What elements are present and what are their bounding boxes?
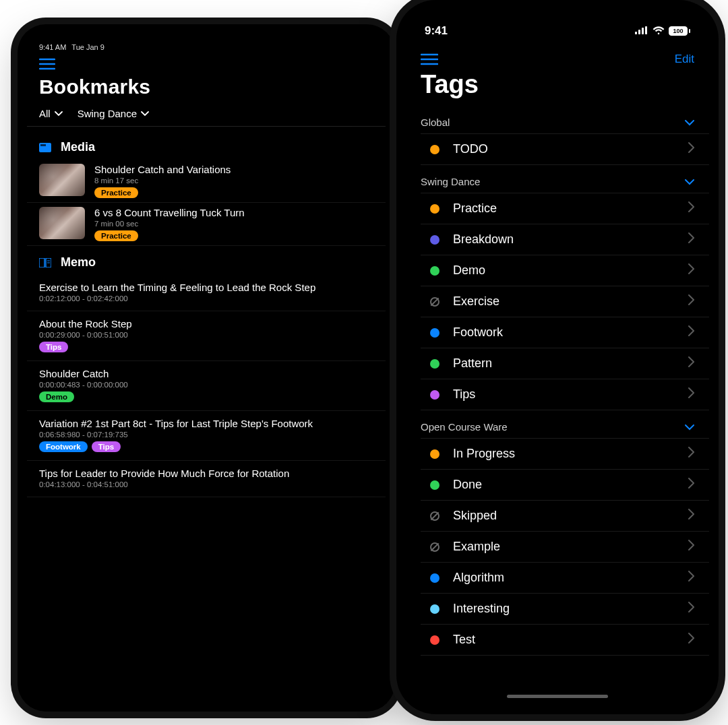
memo-timestamp: 0:02:12:000 - 0:02:42:000	[39, 294, 373, 303]
tag-label: Breakdown	[453, 232, 675, 247]
tag-row[interactable]: Interesting	[421, 594, 709, 625]
tag-row[interactable]: In Progress	[421, 438, 709, 470]
tag-row[interactable]: Done	[421, 470, 709, 501]
chevron-right-icon	[688, 232, 694, 247]
svg-rect-5	[39, 258, 44, 267]
color-dot-icon	[430, 359, 439, 369]
section-label: Media	[61, 140, 95, 154]
tag-label: Test	[453, 633, 675, 647]
memo-title: Variation #2 1st Part 8ct - Tips for Las…	[39, 418, 373, 429]
video-thumbnail	[39, 164, 85, 196]
tag-group-header[interactable]: Open Course Ware	[406, 410, 709, 438]
memo-row[interactable]: Shoulder Catch0:00:00:483 - 0:00:00:000D…	[27, 361, 386, 411]
tag-group-header[interactable]: Swing Dance	[406, 165, 709, 193]
section-label: Memo	[61, 255, 96, 270]
tag-row[interactable]: Footwork	[421, 317, 709, 348]
tag-pill: Practice	[94, 187, 138, 198]
media-row[interactable]: 6 vs 8 Count Travelling Tuck Turn7 min 0…	[27, 203, 386, 246]
media-icon	[39, 143, 51, 152]
group-name: Swing Dance	[421, 176, 480, 187]
section-header-memo: Memo	[27, 246, 386, 275]
chevron-right-icon	[688, 142, 694, 156]
group-name: Global	[421, 117, 450, 128]
memo-timestamp: 0:00:29:000 - 0:00:51:000	[39, 331, 373, 339]
color-dot-icon	[430, 145, 439, 154]
memo-row[interactable]: Variation #2 1st Part 8ct - Tips for Las…	[27, 411, 386, 461]
memo-row[interactable]: Exercise to Learn the Timing & Feeling t…	[27, 275, 386, 311]
chevron-right-icon	[688, 294, 694, 309]
color-dot-icon	[430, 635, 439, 645]
tag-pill: Tips	[92, 441, 121, 452]
memo-timestamp: 0:06:58:980 - 0:07:19:735	[39, 431, 373, 439]
divider	[27, 126, 386, 127]
filter-all-label: All	[39, 108, 51, 119]
tag-label: Practice	[453, 201, 675, 216]
menu-icon[interactable]	[39, 58, 373, 70]
chevron-right-icon	[688, 478, 694, 492]
color-dot-icon	[430, 480, 439, 490]
memo-row[interactable]: Tips for Leader to Provide How Much Forc…	[27, 461, 386, 497]
home-indicator[interactable]	[507, 695, 608, 698]
tag-row[interactable]: Breakdown	[421, 224, 709, 255]
tag-label: Exercise	[453, 294, 675, 309]
tag-pill: Tips	[39, 342, 68, 352]
media-row[interactable]: Shoulder Catch and Variations8 min 17 se…	[27, 160, 386, 203]
svg-rect-10	[638, 30, 640, 34]
tag-row[interactable]: Practice	[421, 193, 709, 224]
svg-rect-11	[642, 28, 644, 34]
media-duration: 7 min 00 sec	[94, 220, 245, 228]
section-header-media: Media	[27, 131, 386, 160]
cellular-icon	[635, 24, 648, 38]
tag-label: Pattern	[453, 356, 675, 371]
no-color-icon	[430, 511, 439, 521]
tag-row[interactable]: Tips	[421, 379, 709, 410]
tag-row[interactable]: Skipped	[421, 501, 709, 532]
tag-list: PracticeBreakdownDemoExerciseFootworkPat…	[406, 193, 709, 410]
tag-row[interactable]: Test	[421, 625, 709, 656]
filter-category[interactable]: Swing Dance	[78, 108, 149, 119]
ipad-status-bar: 9:41 AM Tue Jan 9	[27, 34, 386, 51]
tag-row[interactable]: Algorithm	[421, 563, 709, 594]
tag-row[interactable]: TODO	[421, 133, 709, 165]
tag-group-header[interactable]: Global	[406, 106, 709, 133]
chevron-right-icon	[688, 201, 694, 216]
filter-all[interactable]: All	[39, 108, 63, 119]
chevron-right-icon	[688, 356, 694, 371]
ipad-device: 9:41 AM Tue Jan 9 Bookmarks All Swing Da…	[18, 24, 395, 712]
memo-title: About the Rock Step	[39, 318, 373, 329]
chevron-down-icon	[685, 117, 694, 128]
tag-row[interactable]: Example	[421, 532, 709, 563]
memo-row[interactable]: About the Rock Step0:00:29:000 - 0:00:51…	[27, 311, 386, 361]
menu-icon[interactable]	[421, 53, 438, 65]
tag-row[interactable]: Exercise	[421, 286, 709, 317]
chevron-right-icon	[688, 602, 694, 616]
color-dot-icon	[430, 235, 439, 245]
svg-rect-9	[635, 32, 637, 34]
memo-timestamp: 0:00:00:483 - 0:00:00:000	[39, 381, 373, 389]
tag-label: Algorithm	[453, 571, 675, 585]
media-title: 6 vs 8 Count Travelling Tuck Turn	[94, 207, 245, 218]
edit-button[interactable]: Edit	[675, 53, 694, 66]
status-date: Tue Jan 9	[71, 43, 104, 51]
tag-row[interactable]: Demo	[421, 255, 709, 286]
memo-icon	[39, 258, 51, 267]
wifi-icon	[653, 24, 665, 38]
tag-row[interactable]: Pattern	[421, 348, 709, 379]
chevron-right-icon	[688, 633, 694, 647]
filter-category-label: Swing Dance	[78, 108, 137, 119]
memo-list: Exercise to Learn the Timing & Feeling t…	[27, 275, 386, 497]
tag-pill: Demo	[39, 391, 74, 402]
iphone-screen: 9:41 100 Edit Tags GlobalTODOSwing Da	[406, 9, 709, 705]
media-duration: 8 min 17 sec	[94, 177, 231, 185]
chevron-right-icon	[688, 509, 694, 523]
battery-level: 100	[669, 26, 688, 36]
tag-label: In Progress	[453, 447, 675, 461]
dynamic-island	[514, 7, 601, 31]
memo-title: Exercise to Learn the Timing & Feeling t…	[39, 282, 373, 293]
status-time: 9:41 AM	[39, 43, 66, 51]
color-dot-icon	[430, 604, 439, 614]
chevron-down-icon	[55, 111, 63, 117]
chevron-right-icon	[688, 571, 694, 585]
tag-label: Skipped	[453, 509, 675, 523]
page-title: Bookmarks	[27, 70, 386, 108]
